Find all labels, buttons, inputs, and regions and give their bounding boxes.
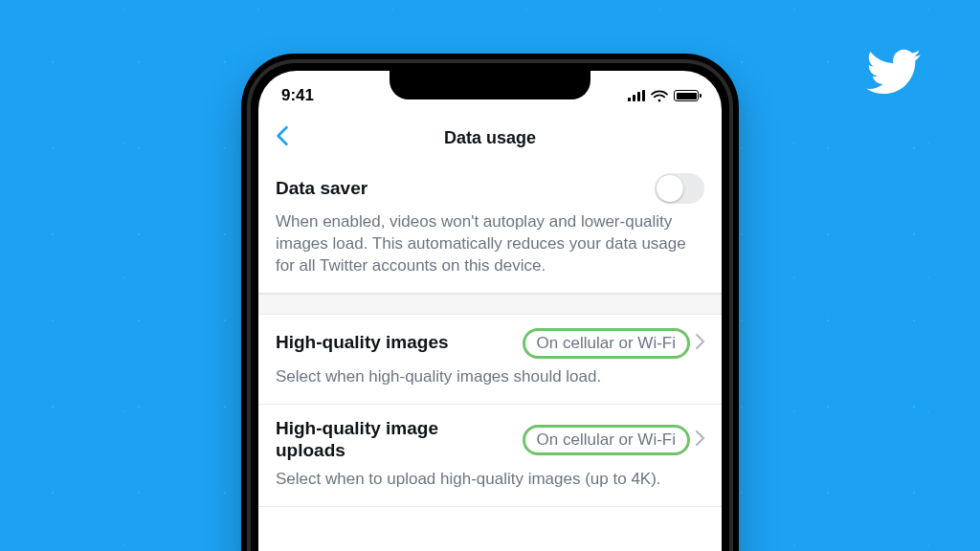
wifi-icon bbox=[651, 90, 668, 102]
hq-uploads-label: High-quality image uploads bbox=[276, 418, 511, 462]
data-saver-label: Data saver bbox=[276, 178, 368, 200]
data-saver-toggle[interactable] bbox=[655, 173, 704, 204]
page-title: Data usage bbox=[444, 128, 536, 148]
hq-uploads-value: On cellular or Wi-Fi bbox=[523, 425, 690, 455]
data-saver-description: When enabled, videos won't autoplay and … bbox=[276, 211, 704, 277]
hq-images-label: High-quality images bbox=[276, 332, 449, 354]
twitter-bird-icon bbox=[858, 43, 927, 104]
battery-icon bbox=[674, 90, 699, 101]
navbar: Data usage bbox=[258, 117, 722, 160]
status-time: 9:41 bbox=[281, 86, 314, 105]
hq-images-value: On cellular or Wi-Fi bbox=[523, 328, 690, 359]
section-data-saver: Data saver When enabled, videos won't au… bbox=[258, 160, 722, 294]
hq-uploads-description: Select when to upload high-quality image… bbox=[276, 469, 704, 491]
back-button[interactable] bbox=[272, 121, 293, 154]
section-hq-uploads[interactable]: High-quality image uploads On cellular o… bbox=[258, 405, 722, 508]
chevron-left-icon bbox=[276, 125, 289, 146]
phone-screen: 9:41 Data bbox=[258, 71, 722, 551]
phone-notch bbox=[390, 71, 590, 99]
phone-mockup: 9:41 Data bbox=[241, 54, 739, 551]
cellular-signal-icon bbox=[628, 90, 645, 101]
hq-images-description: Select when high-quality images should l… bbox=[276, 366, 704, 388]
section-hq-images[interactable]: High-quality images On cellular or Wi-Fi… bbox=[258, 315, 722, 405]
chevron-right-icon bbox=[696, 430, 704, 450]
section-divider bbox=[258, 294, 722, 315]
chevron-right-icon bbox=[696, 334, 704, 353]
